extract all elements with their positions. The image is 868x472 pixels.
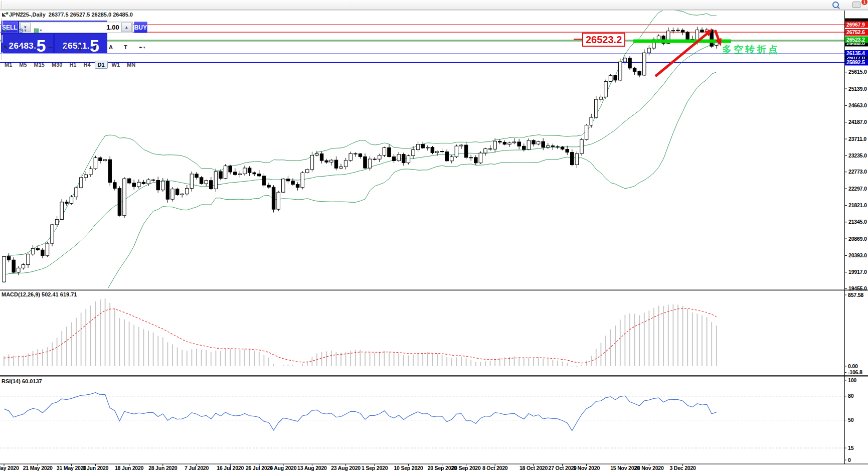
zoom-in-button[interactable]: + [2,0,16,1]
candle [344,161,348,167]
candle [127,179,131,183]
search-button[interactable] [830,0,844,10]
price-callout-label[interactable]: 26523.2 [582,33,625,47]
svg-text:23 Aug 2020: 23 Aug 2020 [331,465,361,471]
candle [277,192,280,209]
annotation-note[interactable]: 多空转折点 [722,43,780,56]
candle [633,68,636,72]
timeframe-M30[interactable]: M30 [49,61,65,69]
candle [60,202,64,220]
candle [686,32,689,39]
svg-text:21 May 2020: 21 May 2020 [23,465,53,471]
candle [571,152,574,165]
vertical-line-button[interactable]: │ [32,43,46,52]
candle [638,71,641,75]
cursor-button[interactable]: ↖ [2,43,16,52]
rsi-indicator-label: RSI(14) 60.0137 [2,378,42,384]
svg-text:19917.0: 19917.0 [848,269,867,275]
channel-button[interactable]: ∥ [77,43,91,52]
notifications-button[interactable]: 1 [850,0,864,10]
candle [89,169,93,175]
svg-text:28 Jun 2020: 28 Jun 2020 [148,465,178,471]
candle [190,174,194,189]
auto-scroll-button[interactable]: ⇥ [2,9,16,18]
indicators-button[interactable]: +▾ [2,26,16,35]
candle [349,153,353,161]
candle [248,168,251,173]
candle [537,141,540,144]
candle [132,183,136,187]
timeframe-M15[interactable]: M15 [31,61,48,69]
svg-text:12 May 2020: 12 May 2020 [0,465,19,471]
candle [176,189,179,195]
timeframe-M5[interactable]: M5 [16,61,30,69]
timeframe-W1[interactable]: W1 [109,61,123,69]
candle [599,97,603,99]
timeframe-MN[interactable]: MN [124,61,138,69]
svg-text:9 Jun 2020: 9 Jun 2020 [83,465,109,471]
svg-text:20869.0: 20869.0 [848,236,867,242]
svg-text:26523.2: 26523.2 [846,37,865,43]
svg-text:26135.4: 26135.4 [846,50,865,56]
label-button[interactable]: T [122,43,136,52]
candle [75,188,78,197]
svg-text:3 Dec 2020: 3 Dec 2020 [669,465,696,471]
candle [41,250,45,255]
tile-windows-button[interactable]: ▦ [32,0,46,1]
chart-shift-button[interactable]: ↦ [17,9,31,18]
arrows-button[interactable]: ⌁▾ [137,43,151,52]
candle [412,149,415,155]
candle [113,183,117,189]
timeframe-M1[interactable]: M1 [2,61,15,69]
candle [195,174,199,178]
periods-button[interactable]: ◷▾ [17,26,31,35]
templates-button[interactable]: ▧▾ [32,26,46,35]
price-marker: 26523.2 [845,37,868,43]
price-marker: 26135.4 [845,50,868,57]
toolbar-group-drawing: ↖+│─╱∥ƒAT⌁▾ [0,43,152,52]
candle [103,160,107,161]
crosshair-button[interactable]: + [17,43,31,52]
date-axis[interactable]: 12 May 202021 May 202031 May 20209 Jun 2… [0,464,696,471]
candle [643,53,646,75]
templates-icon: ▧ [34,28,39,33]
zoom-out-button[interactable]: − [17,0,31,1]
chart-canvas[interactable]: 25615.025139.024663.024187.023711.023235… [0,0,868,472]
candle [527,140,531,149]
candle [517,142,521,146]
trendline-button[interactable]: ╱ [62,43,76,52]
timeframe-D1[interactable]: D1 [95,61,108,69]
candle [474,158,478,163]
svg-text:80: 80 [848,393,854,399]
svg-text:857.58: 857.58 [848,292,863,298]
candle [493,141,497,149]
horizontal-line-button[interactable]: ─ [47,43,61,52]
candle [484,149,487,153]
candle [291,181,295,185]
svg-text:22297.0: 22297.0 [848,186,867,192]
candle [479,153,482,163]
svg-text:26 Jul 2020: 26 Jul 2020 [246,465,273,471]
candle [320,154,323,161]
chart-shift-icon: ↦ [19,11,23,16]
text-label-icon: T [124,45,127,50]
timeframe-H1[interactable]: H1 [66,61,79,69]
timeframe-H4[interactable]: H4 [80,61,93,69]
candle [364,156,367,168]
svg-text:7 Jul 2020: 7 Jul 2020 [185,465,209,471]
add-indicator-icon: + [4,28,7,33]
candle [325,161,328,162]
svg-text:20393.0: 20393.0 [848,252,867,258]
text-button[interactable]: A [107,43,121,52]
candle [51,225,54,243]
candle [166,181,169,199]
fibonacci-button[interactable]: ƒ [92,43,106,52]
candle [595,99,598,117]
candle [118,189,121,216]
candle [181,194,184,195]
chevron-down-icon: ▾ [143,45,145,50]
svg-text:25139.0: 25139.0 [848,86,867,92]
toolbar-buttons: ▤◫⊞新订单◆◉◎●自动交易¦¦¦◫∿+−▦⇥↦+▾◷▾▧▾↖+│─╱∥ƒAT⌁… [0,0,152,69]
candle [585,125,588,139]
vertical-line-icon: │ [34,45,37,50]
